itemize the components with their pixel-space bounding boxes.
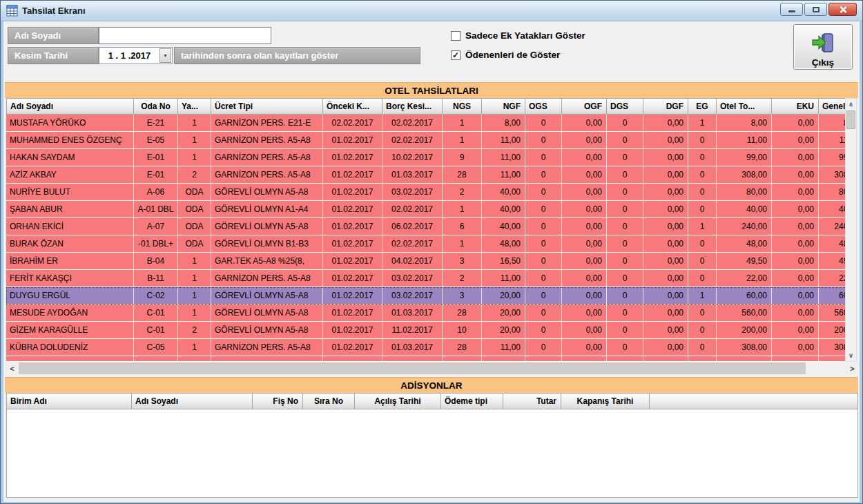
- hotel-cell: 1: [443, 115, 482, 131]
- adisyon-column-header[interactable]: Adı Soyadı: [132, 393, 253, 409]
- adisyon-column-header[interactable]: Sıra No: [303, 393, 355, 409]
- hotel-row[interactable]: GİZEM KARAGÜLLEC-012GÖREVLİ OLMYN A5-A80…: [6, 322, 846, 339]
- hotel-column-header[interactable]: Önceki K...: [323, 98, 382, 115]
- hotel-cell: 0: [607, 253, 643, 269]
- scroll-left-icon[interactable]: <: [6, 362, 18, 374]
- hotel-column-header[interactable]: Oda No: [134, 98, 178, 115]
- exit-button[interactable]: Çıkış: [793, 24, 853, 70]
- adisyon-column-header[interactable]: Fiş No: [253, 393, 303, 409]
- hotel-column-header[interactable]: NGF: [482, 98, 525, 115]
- hotel-cell: 01.02.2017: [323, 166, 382, 183]
- hotel-row[interactable]: NURİYE BULUTA-06ODAGÖREVLİ OLMYN A5-A801…: [6, 184, 846, 201]
- hotel-cell: 0,00: [562, 322, 607, 338]
- hotel-cell: 0: [607, 115, 643, 131]
- hotel-cell: GARNİZON PERS. A5-A8: [211, 132, 323, 148]
- hotel-row[interactable]: MUHAMMED ENES ÖZGENÇE-051GARNİZON PERS. …: [6, 132, 846, 149]
- hotel-column-header[interactable]: Borç Kesi...: [382, 98, 443, 115]
- adisyon-column-header[interactable]: Birim Adı: [6, 393, 132, 409]
- hotel-row[interactable]: ŞABAN ABURA-01 DBLODAGÖREVLİ OLMYN A1-A4…: [6, 201, 846, 218]
- hotel-cell: 04.02.2017: [382, 253, 443, 269]
- hotel-column-header[interactable]: EKU: [772, 98, 819, 115]
- hotel-cell: 02.02.2017: [382, 132, 443, 148]
- hotel-cell: 0,00: [643, 184, 688, 200]
- hotel-row[interactable]: ORHAN EKİCİA-07ODAGÖREVLİ OLMYN A5-A801.…: [6, 218, 846, 235]
- hotel-row[interactable]: MUSTAFA YÖRÜKOE-211GARNİZON PERS. E21-E0…: [6, 115, 846, 132]
- chevron-down-icon[interactable]: ▼: [159, 48, 171, 63]
- hotel-cell: 0,00: [772, 184, 819, 200]
- hotel-cell: 0: [607, 184, 643, 200]
- hotel-column-header[interactable]: OGS: [525, 98, 562, 115]
- scroll-right-icon[interactable]: >: [846, 362, 858, 374]
- hotel-cell: ODA: [178, 201, 211, 217]
- hotel-row-partial[interactable]: [6, 356, 846, 361]
- vertical-scroll-thumb[interactable]: [846, 110, 855, 129]
- close-button[interactable]: [828, 3, 857, 16]
- scroll-down-icon[interactable]: ∨: [846, 350, 856, 361]
- hotel-column-header[interactable]: OGF: [562, 98, 607, 115]
- hotel-cell: 0: [607, 235, 643, 252]
- hotel-cell: 40,00: [482, 184, 525, 200]
- hotel-row[interactable]: FERİT KAKAŞÇIB-111GARNİZON PERS. A5-A801…: [6, 270, 846, 287]
- include-paid-checkbox[interactable]: ✓ Ödenenleri de Göster: [451, 50, 560, 60]
- minimize-button[interactable]: [780, 3, 803, 16]
- hotel-cell: 3: [443, 253, 482, 269]
- titlebar[interactable]: Tahsilat Ekranı: [1, 1, 862, 21]
- cutoff-date-value: 1 . 1 .2017: [99, 50, 159, 61]
- maximize-button[interactable]: [804, 3, 827, 16]
- adisyon-column-header[interactable]: Açılış Tarihi: [355, 393, 441, 409]
- hotel-cell: 0,00: [643, 132, 688, 148]
- hotel-cell: 49,50: [819, 253, 846, 269]
- hotel-row[interactable]: DUYGU ERGÜLC-021GÖREVLİ OLMYN A5-A801.02…: [6, 287, 846, 304]
- hotel-cell: 0,00: [643, 322, 688, 338]
- hotel-row[interactable]: KÜBRA DOLUDENİZC-051GARNİZON PERS. A5-A8…: [6, 339, 846, 356]
- scroll-up-icon[interactable]: ∧: [846, 99, 856, 110]
- hotel-cell: 01.02.2017: [323, 287, 382, 304]
- checkbox-icon: [451, 31, 460, 41]
- hotel-horizontal-scrollbar[interactable]: < >: [6, 362, 858, 374]
- only-extra-beds-checkbox[interactable]: Sadece Ek Yatakları Göster: [451, 30, 585, 41]
- hotel-cell: 0,00: [562, 235, 607, 252]
- hotel-column-header[interactable]: Ya...: [178, 98, 211, 115]
- adisyon-column-header[interactable]: Ödeme tipi: [441, 393, 503, 409]
- hotel-cell: 0,00: [562, 166, 607, 183]
- hotel-cell: 0,00: [562, 339, 607, 356]
- hotel-row[interactable]: BURAK ÖZAN-01 DBL+ODAGÖREVLİ OLMYN B1-B3…: [6, 235, 846, 253]
- hotel-cell: 11,00: [482, 270, 525, 287]
- hotel-column-header[interactable]: DGS: [607, 98, 643, 115]
- hotel-cell: [607, 356, 643, 361]
- name-search-input[interactable]: [99, 27, 271, 44]
- hotel-cell: 0,00: [562, 132, 607, 148]
- hotel-cell: GARNİZON PERS. A5-A8: [211, 339, 323, 356]
- hotel-cell: 02.02.2017: [382, 201, 443, 217]
- hotel-cell: 0,00: [643, 201, 688, 217]
- adisyon-table-body: [6, 409, 858, 498]
- show-records-after-date-button[interactable]: tarihinden sonra olan kayıtları göster: [174, 47, 420, 64]
- cutoff-date-picker[interactable]: 1 . 1 .2017 ▼: [99, 47, 173, 64]
- hotel-cell: 8,00: [482, 115, 525, 131]
- hotel-column-header[interactable]: Genel: [819, 98, 846, 115]
- hotel-row[interactable]: MESUDE AYDOĞANC-011GÖREVLİ OLMYN A5-A801…: [6, 304, 846, 322]
- hotel-column-header[interactable]: EG: [688, 98, 717, 115]
- hotel-column-header[interactable]: NGS: [443, 98, 482, 115]
- hotel-column-header[interactable]: Adı Soyadı: [6, 98, 134, 115]
- hotel-column-header[interactable]: DGF: [643, 98, 688, 115]
- adisyon-column-header[interactable]: [650, 393, 858, 409]
- adisyon-column-header[interactable]: Kapanış Tarihi: [561, 393, 650, 409]
- hotel-row[interactable]: HAKAN SAYDAME-011GARNİZON PERS. A5-A801.…: [6, 149, 846, 166]
- horizontal-scroll-thumb[interactable]: [19, 362, 806, 374]
- hotel-column-header[interactable]: Ücret Tipi: [211, 98, 323, 115]
- hotel-column-header[interactable]: Otel To...: [717, 98, 772, 115]
- hotel-cell: 28: [443, 166, 482, 183]
- hotel-cell: 99,00: [819, 149, 846, 166]
- hotel-cell: GÖREVLİ OLMYN A5-A8: [211, 304, 323, 321]
- hotel-cell: 22,00: [819, 270, 846, 287]
- hotel-table: Adı SoyadıOda NoYa...Ücret TipiÖnceki K.…: [6, 98, 846, 362]
- hotel-cell: 0,00: [562, 218, 607, 235]
- hotel-row[interactable]: AZİZ AKBAYE-012GARNİZON PERS. A5-A801.02…: [6, 166, 846, 184]
- hotel-cell: 0: [688, 235, 717, 252]
- hotel-row[interactable]: İBRAHİM ERB-041GAR.TEK A5-A8 %25(8,01.02…: [6, 253, 846, 270]
- adisyon-column-header[interactable]: Tutar: [503, 393, 561, 409]
- hotel-vertical-scrollbar[interactable]: ∧ ∨: [845, 98, 857, 362]
- hotel-cell: GAR.TEK A5-A8 %25(8,: [211, 253, 323, 269]
- hotel-cell: 0: [525, 149, 562, 166]
